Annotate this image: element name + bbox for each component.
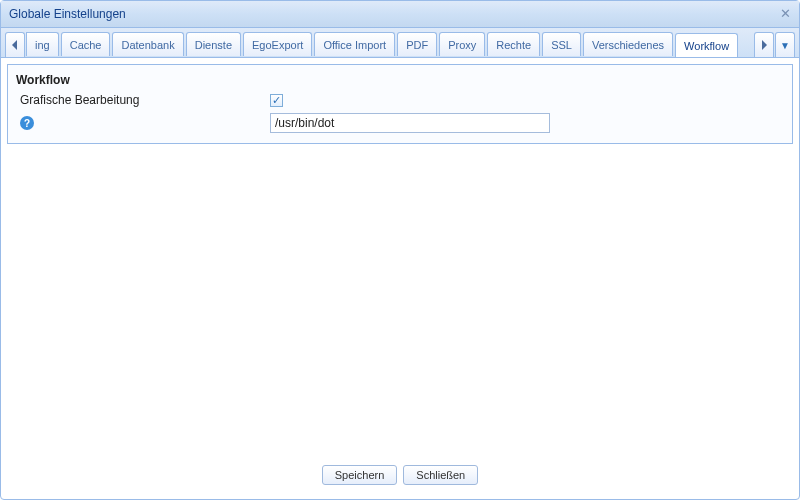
- tab-label: EgoExport: [252, 39, 303, 51]
- tab-label: Verschiedenes: [592, 39, 664, 51]
- workflow-panel: Workflow Grafische Bearbeitung ✓ ?: [7, 64, 793, 144]
- tab-rechte[interactable]: Rechte: [487, 32, 540, 56]
- label-grafische-bearbeitung: Grafische Bearbeitung: [16, 93, 270, 107]
- tab-label: Office Import: [323, 39, 386, 51]
- buttonbar: Speichern Schließen: [7, 459, 793, 493]
- tab-label: Workflow: [684, 40, 729, 52]
- tab-label: Proxy: [448, 39, 476, 51]
- tab-label: Dienste: [195, 39, 232, 51]
- window-title: Globale Einstellungen: [9, 7, 126, 21]
- tab-dienste[interactable]: Dienste: [186, 32, 241, 56]
- tab-proxy[interactable]: Proxy: [439, 32, 485, 56]
- tab-verschiedenes[interactable]: Verschiedenes: [583, 32, 673, 56]
- tab-label: Datenbank: [121, 39, 174, 51]
- titlebar: Globale Einstellungen ✕: [1, 1, 799, 28]
- tab-label: PDF: [406, 39, 428, 51]
- close-button[interactable]: Schließen: [403, 465, 478, 485]
- row-grafische-bearbeitung: Grafische Bearbeitung ✓: [16, 93, 784, 107]
- close-icon[interactable]: ✕: [780, 7, 791, 21]
- tab-pdf[interactable]: PDF: [397, 32, 437, 56]
- chevron-down-icon: ▼: [780, 40, 790, 51]
- tab-overflow-menu[interactable]: ▼: [775, 32, 795, 57]
- settings-window: Globale Einstellungen ✕ ing Cache Datenb…: [0, 0, 800, 500]
- grafische-bearbeitung-checkbox[interactable]: ✓: [270, 94, 283, 107]
- dot-path-input[interactable]: [270, 113, 550, 133]
- tab-officeimport[interactable]: Office Import: [314, 32, 395, 56]
- tab-label: SSL: [551, 39, 572, 51]
- chevron-right-icon: [761, 40, 767, 50]
- tab-scroll-right[interactable]: [754, 32, 774, 57]
- check-icon: ✓: [272, 95, 281, 106]
- help-icon[interactable]: ?: [20, 116, 34, 130]
- row-path: ?: [16, 113, 784, 133]
- tab-label: Cache: [70, 39, 102, 51]
- label-path: ?: [16, 116, 270, 130]
- save-button[interactable]: Speichern: [322, 465, 398, 485]
- tab-label: ing: [35, 39, 50, 51]
- field-label: Grafische Bearbeitung: [20, 93, 139, 107]
- panel-title: Workflow: [16, 73, 784, 87]
- tabs-container: ing Cache Datenbank Dienste EgoExport Of…: [26, 32, 753, 57]
- spacer: [7, 144, 793, 459]
- tab-workflow[interactable]: Workflow: [675, 33, 738, 57]
- body: Workflow Grafische Bearbeitung ✓ ?: [1, 58, 799, 499]
- tab-scroll-left[interactable]: [5, 32, 25, 57]
- chevron-left-icon: [12, 40, 18, 50]
- tab-label: Rechte: [496, 39, 531, 51]
- tab-datenbank[interactable]: Datenbank: [112, 32, 183, 56]
- tab-cache[interactable]: Cache: [61, 32, 111, 56]
- tab-ssl[interactable]: SSL: [542, 32, 581, 56]
- tab-egoexport[interactable]: EgoExport: [243, 32, 312, 56]
- tabstrip: ing Cache Datenbank Dienste EgoExport Of…: [1, 28, 799, 58]
- tab-truncated[interactable]: ing: [26, 32, 59, 56]
